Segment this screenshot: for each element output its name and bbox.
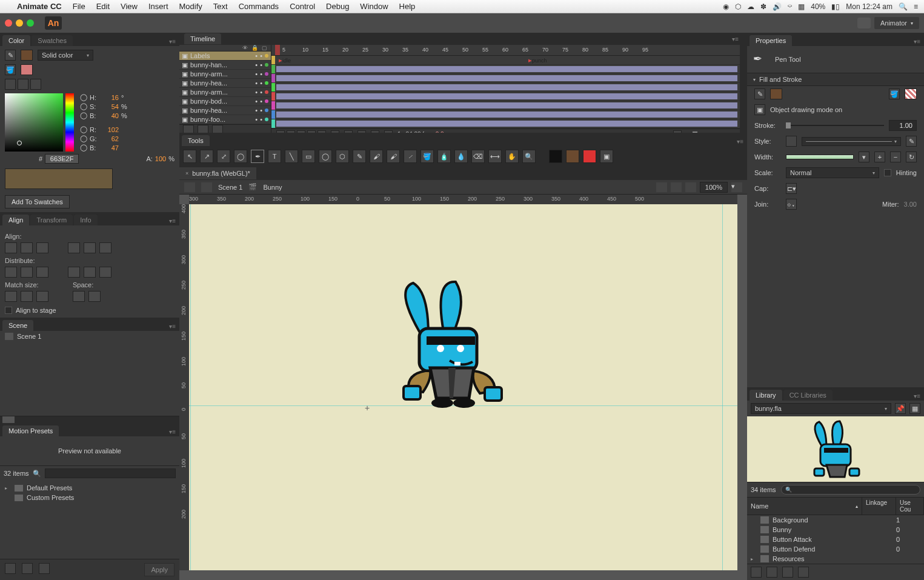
scene-item[interactable]: Scene 1 xyxy=(0,331,179,342)
stroke-prop-swatch[interactable] xyxy=(770,88,782,99)
blue-value[interactable]: 47 xyxy=(101,144,119,152)
loop-icon[interactable] xyxy=(331,130,339,133)
visibility-column-icon[interactable]: 👁 xyxy=(242,45,248,51)
workspace-switcher[interactable]: Animator▾ xyxy=(874,17,919,29)
spotlight-icon[interactable]: 🔍 xyxy=(899,2,908,11)
tab-timeline[interactable]: Timeline xyxy=(184,33,221,44)
preset-search-input[interactable] xyxy=(45,468,176,478)
library-item[interactable]: Button Attack0 xyxy=(747,535,924,544)
menu-view[interactable]: View xyxy=(121,2,138,11)
delete-symbol-icon[interactable] xyxy=(798,567,809,578)
step-fwd-icon[interactable] xyxy=(307,130,316,133)
menu-insert[interactable]: Insert xyxy=(148,2,168,11)
width-profile[interactable] xyxy=(786,155,854,159)
hinting-checkbox[interactable] xyxy=(884,169,891,176)
stage-canvas[interactable]: + xyxy=(189,204,737,570)
style-brush-icon[interactable] xyxy=(786,136,797,147)
oval-tool-icon[interactable]: ◯ xyxy=(319,150,332,163)
align-left-icon[interactable] xyxy=(5,242,17,253)
add-to-swatches-button[interactable]: Add To Swatches xyxy=(5,195,70,208)
edit-style-icon[interactable]: ✎ xyxy=(906,136,917,147)
stroke-prop-icon[interactable]: ✎ xyxy=(754,88,765,99)
stroke-color-tool[interactable] xyxy=(549,150,562,163)
dist-top-icon[interactable] xyxy=(5,267,17,278)
align-top-icon[interactable] xyxy=(68,242,80,253)
menu-edit[interactable]: Edit xyxy=(96,2,110,11)
library-panel-menu[interactable]: ▾≡ xyxy=(910,392,924,401)
timeline-track[interactable] xyxy=(271,83,740,92)
timeline-layer[interactable]: ▣bunny-arm...•• xyxy=(179,70,271,79)
symbol-properties-icon[interactable] xyxy=(782,567,793,578)
line-tool-icon[interactable]: ╲ xyxy=(285,150,298,163)
tab-tools[interactable]: Tools xyxy=(182,135,210,146)
cloud-icon[interactable]: ☁ xyxy=(747,2,754,11)
zoom-level[interactable]: 100% xyxy=(700,182,728,193)
dist-hcenter-icon[interactable] xyxy=(84,267,96,278)
timeline-layer[interactable]: ▣bunny-arm...•• xyxy=(179,88,271,97)
clip-preview-icon[interactable] xyxy=(656,182,667,192)
menu-window[interactable]: Window xyxy=(360,2,388,11)
cap-dropdown[interactable]: ⊏▾ xyxy=(786,183,797,194)
timeline-vscroll[interactable] xyxy=(740,45,747,133)
cc-sync-icon[interactable]: ◉ xyxy=(723,2,729,11)
fill-stroke-section[interactable]: Fill and Stroke xyxy=(747,73,924,86)
lasso-tool-icon[interactable]: ◯ xyxy=(234,150,247,163)
fill-prop-swatch[interactable] xyxy=(905,88,917,99)
bone-tool-icon[interactable]: ⟋ xyxy=(404,150,417,163)
tab-cc-libraries[interactable]: CC Libraries xyxy=(783,390,833,401)
width-tool-icon[interactable]: ⟷ xyxy=(488,150,502,163)
timeline-track[interactable] xyxy=(271,119,740,128)
sat-value[interactable]: 54 xyxy=(101,103,119,110)
tab-swatches[interactable]: Swatches xyxy=(32,35,73,46)
align-vcenter-icon[interactable] xyxy=(84,242,96,253)
bucket-tool-icon[interactable]: 🪣 xyxy=(420,150,434,163)
fill-color-icon[interactable]: 🪣 xyxy=(5,64,16,75)
play-icon[interactable] xyxy=(297,130,305,133)
fill-prop-icon[interactable]: 🪣 xyxy=(889,88,900,99)
stroke-color-icon[interactable]: ✎ xyxy=(5,50,16,61)
ink-bottle-tool-icon[interactable]: 🧴 xyxy=(437,150,451,163)
wifi-icon[interactable]: ⌔ xyxy=(788,2,792,11)
fill-color-tool[interactable] xyxy=(566,150,579,163)
subselect-tool-icon[interactable]: ↗ xyxy=(200,150,213,163)
new-preset-icon[interactable] xyxy=(5,563,16,574)
new-library-icon[interactable]: ▦ xyxy=(909,403,920,414)
preset-folder-default[interactable]: ▸ Default Presets xyxy=(5,483,174,493)
goto-last-icon[interactable] xyxy=(317,130,326,133)
width-reset-icon[interactable]: ↻ xyxy=(906,152,917,162)
frame-ruler[interactable]: 5101520253035404550556065707580859095 xyxy=(271,45,740,56)
menu-commands[interactable]: Commands xyxy=(239,2,279,11)
eraser-tool-icon[interactable]: ⌫ xyxy=(471,150,485,163)
library-file-dropdown[interactable]: bunny.fla xyxy=(751,403,891,414)
vertical-ruler[interactable]: 40035030025020015010050050100150200 xyxy=(179,204,189,570)
text-tool-icon[interactable]: T xyxy=(268,150,281,163)
color-panel-menu[interactable]: ▾≡ xyxy=(165,37,179,46)
library-col-name[interactable]: Name▴ xyxy=(747,498,862,515)
hex-input[interactable] xyxy=(45,154,79,164)
space-v-icon[interactable] xyxy=(73,291,85,302)
crumb-scene[interactable]: Scene 1 xyxy=(218,184,242,191)
timeline-layer[interactable]: ▣bunny-han...•• xyxy=(179,61,271,70)
tab-color[interactable]: Color xyxy=(2,35,30,46)
control-icon[interactable]: ▦ xyxy=(798,2,805,11)
stroke-width-input[interactable] xyxy=(889,120,917,131)
alpha-value[interactable]: 100 xyxy=(155,155,166,162)
selection-tool-icon[interactable]: ↖ xyxy=(183,150,196,163)
dist-vcenter-icon[interactable] xyxy=(21,267,33,278)
scene-panel-menu[interactable]: ▾≡ xyxy=(165,322,179,331)
paint-brush-tool-icon[interactable]: 🖌 xyxy=(387,150,400,163)
volume-icon[interactable]: 🔊 xyxy=(773,2,782,11)
preset-folder-custom[interactable]: Custom Presets xyxy=(5,493,174,502)
object-drawing-icon[interactable]: ▣ xyxy=(754,104,765,115)
battery-icon[interactable]: ▮▯ xyxy=(831,2,840,11)
center-stage-icon[interactable] xyxy=(685,182,696,192)
menu-debug[interactable]: Debug xyxy=(326,2,349,11)
timeline-layer[interactable]: ▣bunny-hea...•• xyxy=(179,79,271,88)
dist-bottom-icon[interactable] xyxy=(36,267,48,278)
scale-dropdown[interactable]: Normal xyxy=(786,167,879,178)
horizontal-ruler[interactable]: 3003502002501001500501001502002503003504… xyxy=(189,195,737,204)
bluetooth-icon[interactable]: ✽ xyxy=(760,2,766,11)
markers-icon[interactable] xyxy=(384,130,393,133)
guide-line[interactable] xyxy=(722,204,723,570)
hand-tool-icon[interactable]: ✋ xyxy=(505,150,519,163)
